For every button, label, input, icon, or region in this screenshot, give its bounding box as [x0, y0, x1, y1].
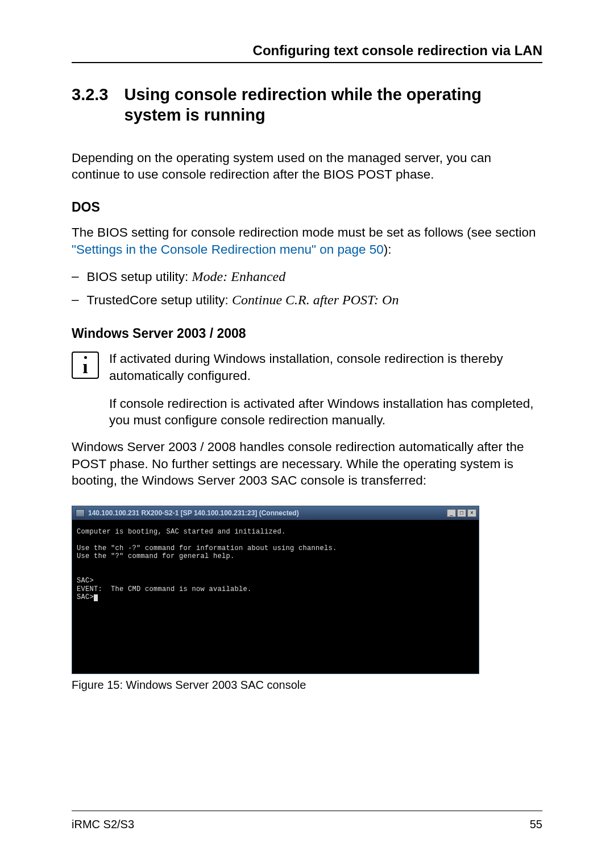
- section-number: 3.2.3: [72, 85, 109, 126]
- dos-paragraph: The BIOS setting for console redirection…: [72, 224, 542, 258]
- running-header: Configuring text console redirection via…: [72, 43, 542, 63]
- maximize-button[interactable]: □: [457, 509, 466, 517]
- close-button[interactable]: ×: [467, 509, 476, 517]
- list-item: BIOS setup utility: Mode: Enhanced: [72, 268, 542, 286]
- bullet-prefix: BIOS setup utility:: [87, 270, 192, 284]
- section-title: Using console redirection while the oper…: [125, 85, 543, 126]
- console-title: 140.100.100.231 RX200-S2-1 [SP 140.100.1…: [88, 509, 299, 517]
- page-footer: iRMC S2/S3 55: [72, 811, 542, 831]
- cursor-icon: [94, 594, 98, 601]
- console-line: Use the "ch -?" command for information …: [77, 544, 337, 552]
- info-note: ı If activated during Windows installati…: [72, 350, 542, 428]
- info-icon: ı: [72, 352, 99, 379]
- console-line: EVENT: The CMD command is now available.: [77, 585, 252, 593]
- bullet-italic: Mode: Enhanced: [192, 269, 286, 284]
- console-output: Computer is booting, SAC started and ini…: [72, 520, 479, 673]
- minimize-button[interactable]: _: [447, 509, 456, 517]
- dos-bullet-list: BIOS setup utility: Mode: Enhanced Trust…: [72, 268, 542, 309]
- console-titlebar: 140.100.100.231 RX200-S2-1 [SP 140.100.1…: [72, 506, 479, 520]
- xref-link[interactable]: "Settings in the Console Redirection men…: [72, 242, 384, 257]
- dos-heading: DOS: [72, 200, 542, 215]
- windows-heading: Windows Server 2003 / 2008: [72, 326, 542, 341]
- bullet-prefix: TrustedCore setup utility:: [87, 293, 233, 307]
- document-page: Configuring text console redirection via…: [0, 0, 614, 868]
- console-prompt: SAC>: [77, 577, 94, 585]
- info-text: If activated during Windows installation…: [109, 350, 542, 428]
- window-buttons: _ □ ×: [447, 509, 476, 517]
- footer-page-number: 55: [530, 818, 542, 831]
- dos-para-prefix: The BIOS setting for console redirection…: [72, 225, 536, 239]
- info-paragraph-2: If console redirection is activated afte…: [109, 395, 542, 429]
- console-screenshot: 140.100.100.231 RX200-S2-1 [SP 140.100.1…: [72, 506, 479, 674]
- console-line: Computer is booting, SAC started and ini…: [77, 528, 286, 536]
- footer-left: iRMC S2/S3: [72, 818, 134, 831]
- bullet-italic: Continue C.R. after POST: On: [232, 292, 399, 307]
- section-heading: 3.2.3 Using console redirection while th…: [72, 85, 542, 126]
- intro-paragraph: Depending on the operating system used o…: [72, 150, 542, 183]
- console-prompt: SAC>: [77, 593, 94, 601]
- telnet-icon: [76, 509, 85, 517]
- info-paragraph-1: If activated during Windows installation…: [109, 350, 542, 384]
- dos-para-suffix: ):: [384, 242, 392, 257]
- console-line: Use the "?" command for general help.: [77, 552, 235, 560]
- figure-caption: Figure 15: Windows Server 2003 SAC conso…: [72, 679, 542, 692]
- list-item: TrustedCore setup utility: Continue C.R.…: [72, 291, 542, 309]
- windows-body-paragraph: Windows Server 2003 / 2008 handles conso…: [72, 439, 542, 489]
